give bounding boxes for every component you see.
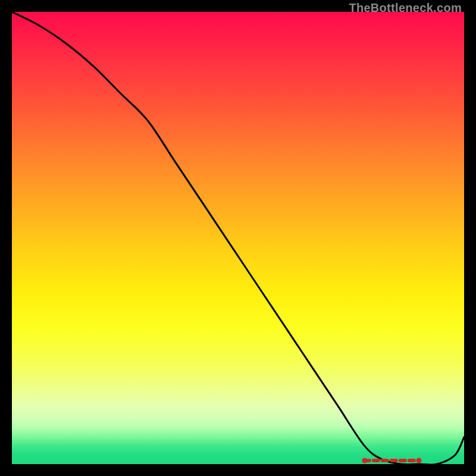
chart-svg bbox=[12, 12, 464, 464]
marker-dot-start bbox=[362, 458, 367, 464]
chart-frame bbox=[12, 12, 464, 464]
chart-plot-area bbox=[12, 12, 464, 464]
bottleneck-curve bbox=[12, 12, 464, 465]
marker-dot-end bbox=[416, 458, 422, 464]
